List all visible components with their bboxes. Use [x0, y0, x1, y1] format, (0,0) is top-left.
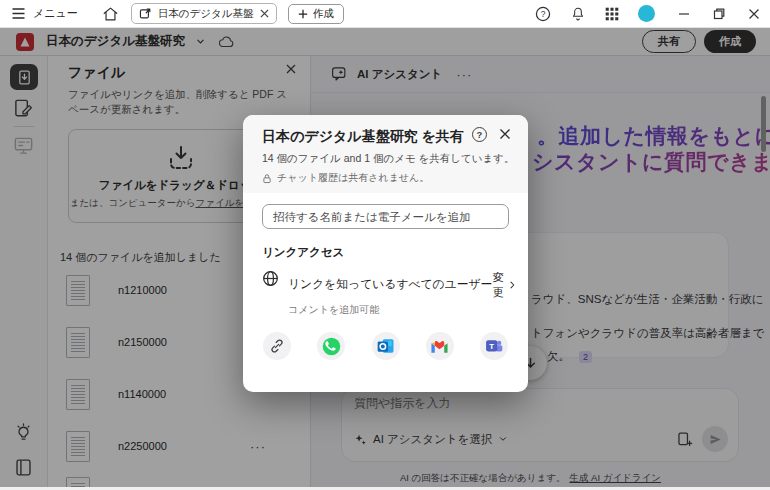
link-audience-row: リンクを知っているすべてのユーザー 変更 コメントを追加可能 — [262, 270, 509, 317]
change-label: 変更 — [492, 270, 506, 300]
document-tab[interactable]: 日本のデジタル基盤研... — [131, 3, 277, 24]
outlook-share-button[interactable] — [372, 332, 400, 360]
share-dialog-header: 日本のデジタル基盤研究 を共有 14 個のファイル and 1 個のメモ を共有… — [243, 115, 528, 193]
lock-icon — [262, 173, 272, 184]
gmail-share-button[interactable] — [426, 332, 454, 360]
invite-input[interactable] — [262, 204, 509, 229]
dialog-help-icon[interactable]: ? — [472, 127, 487, 142]
window-minimize-icon[interactable] — [678, 8, 690, 20]
user-avatar[interactable] — [638, 5, 655, 22]
gmail-icon — [430, 339, 449, 354]
tab-title: 日本のデジタル基盤研... — [158, 7, 254, 21]
help-icon[interactable]: ? — [535, 6, 551, 22]
outlook-icon — [376, 336, 396, 356]
tab-close-icon[interactable] — [260, 9, 269, 18]
share-dialog-subtitle: 14 個のファイル and 1 個のメモ を共有しています。 — [262, 152, 510, 166]
chevron-right-icon — [510, 280, 515, 290]
menu-label: メニュー — [33, 6, 78, 21]
copy-link-button[interactable] — [263, 332, 291, 360]
dialog-close-icon[interactable] — [499, 128, 511, 140]
hamburger-icon — [11, 7, 26, 20]
teams-share-button[interactable]: T — [480, 332, 508, 360]
whatsapp-icon — [321, 336, 342, 357]
window-close-icon[interactable] — [748, 8, 760, 20]
app-window: メニュー 日本のデジタル基盤研... 作成 ? — [0, 0, 770, 490]
teams-icon: T — [484, 336, 504, 356]
svg-text:T: T — [489, 342, 494, 351]
share-targets-row: T — [262, 332, 509, 360]
whatsapp-share-button[interactable] — [317, 332, 345, 360]
link-icon — [269, 338, 285, 354]
window-restore-icon[interactable] — [713, 8, 725, 20]
pdf-space-icon — [139, 7, 152, 20]
title-bar: メニュー 日本のデジタル基盤研... 作成 ? — [0, 0, 770, 28]
apps-grid-icon[interactable] — [605, 7, 619, 21]
home-button[interactable] — [102, 6, 119, 22]
new-tab-button[interactable]: 作成 — [288, 4, 344, 24]
menu-button[interactable]: メニュー — [11, 6, 78, 21]
notifications-bell-icon[interactable] — [570, 6, 586, 22]
audience-label: リンクを知っているすべてのユーザー — [288, 277, 492, 293]
svg-text:?: ? — [541, 9, 546, 19]
globe-icon — [262, 270, 279, 287]
permission-label: コメントを追加可能 — [288, 303, 515, 317]
plus-icon — [298, 9, 308, 19]
new-tab-label: 作成 — [313, 7, 334, 21]
change-access-link[interactable]: 変更 — [492, 270, 515, 300]
privacy-note-text: チャット履歴は共有されません。 — [277, 171, 429, 185]
share-dialog: 日本のデジタル基盤研究 を共有 14 個のファイル and 1 個のメモ を共有… — [243, 115, 528, 392]
link-access-heading: リンクアクセス — [262, 245, 509, 260]
privacy-note: チャット履歴は共有されません。 — [262, 171, 510, 185]
titlebar-actions: ? — [516, 5, 760, 22]
